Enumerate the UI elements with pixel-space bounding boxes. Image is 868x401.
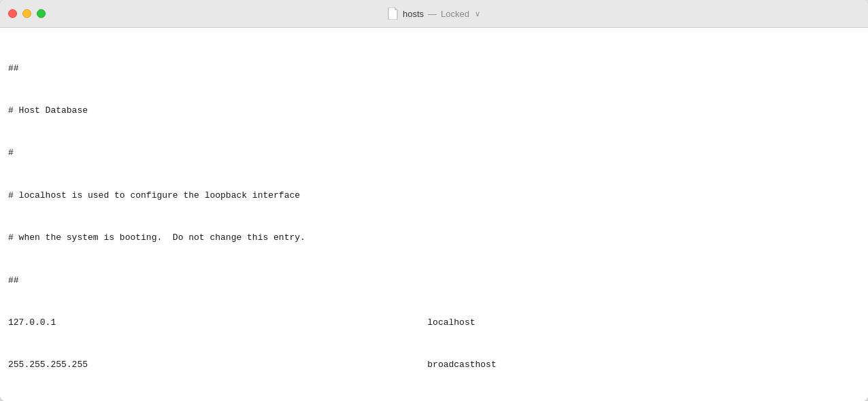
titlebar-filename: hosts [403, 9, 424, 19]
line-1: ## [8, 62, 860, 76]
line-7: 127.0.0.1 localhost [8, 316, 860, 330]
close-button[interactable] [8, 10, 17, 18]
minimize-button[interactable] [22, 10, 31, 18]
titlebar-status: Locked [441, 9, 469, 19]
line-6: ## [8, 274, 860, 288]
line-3: # [8, 146, 860, 160]
line-5: # when the system is booting. Do not cha… [8, 231, 860, 245]
line-8: 255.255.255.255 broadcasthost [8, 358, 860, 372]
titlebar: hosts — Locked ∨ [0, 0, 868, 28]
titlebar-center: hosts — Locked ∨ [388, 7, 480, 20]
titlebar-separator: — [428, 9, 437, 19]
file-content: ## # Host Database # # localhost is used… [0, 28, 868, 401]
code-editor[interactable]: ## # Host Database # # localhost is used… [8, 33, 860, 401]
file-icon [388, 7, 399, 20]
line-4: # localhost is used to configure the loo… [8, 189, 860, 203]
line-2: # Host Database [8, 104, 860, 118]
chevron-down-icon[interactable]: ∨ [475, 10, 480, 18]
window-controls [8, 10, 46, 18]
maximize-button[interactable] [37, 10, 46, 18]
app-window: hosts — Locked ∨ ## # Host Database # # … [0, 0, 868, 401]
